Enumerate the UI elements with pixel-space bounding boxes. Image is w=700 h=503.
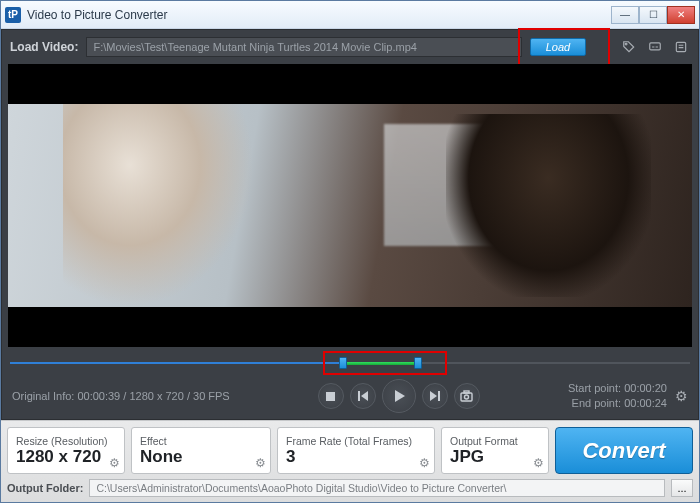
range-end-handle[interactable]: [414, 357, 422, 369]
list-icon[interactable]: [672, 38, 690, 56]
frame-rate-card[interactable]: Frame Rate (Total Frames) 3 ⚙: [277, 427, 435, 474]
svg-marker-6: [395, 390, 405, 402]
resize-value: 1280 x 720: [16, 447, 116, 467]
stop-button[interactable]: [318, 383, 344, 409]
video-preview[interactable]: [8, 64, 692, 347]
effect-title: Effect: [140, 435, 262, 447]
range-settings-icon[interactable]: ⚙: [675, 389, 688, 404]
output-format-card[interactable]: Output Format JPG ⚙: [441, 427, 549, 474]
start-point-value: 00:00:20: [624, 382, 667, 394]
titlebar: tP Video to Picture Converter — ☐ ✕: [1, 1, 699, 29]
svg-rect-1: [650, 43, 661, 50]
end-point-label: End point:: [572, 397, 622, 409]
svg-rect-3: [326, 392, 335, 401]
seek-bar[interactable]: [10, 353, 690, 373]
effect-value: None: [140, 447, 262, 467]
play-button[interactable]: [382, 379, 416, 413]
subtitle-icon[interactable]: [646, 38, 664, 56]
snapshot-button[interactable]: [454, 383, 480, 409]
maximize-button[interactable]: ☐: [639, 6, 667, 24]
frame-rate-gear-icon[interactable]: ⚙: [419, 456, 430, 470]
output-folder-label: Output Folder:: [7, 482, 83, 494]
convert-button[interactable]: Convert: [555, 427, 693, 474]
resize-gear-icon[interactable]: ⚙: [109, 456, 120, 470]
effect-gear-icon[interactable]: ⚙: [255, 456, 266, 470]
svg-rect-8: [438, 391, 440, 401]
frame-rate-title: Frame Rate (Total Frames): [286, 435, 426, 447]
output-folder-field[interactable]: C:\Users\Administrator\Documents\AoaoPho…: [89, 479, 665, 497]
svg-rect-4: [358, 391, 360, 401]
browse-output-button[interactable]: ...: [671, 479, 693, 497]
output-format-title: Output Format: [450, 435, 540, 447]
effect-card[interactable]: Effect None ⚙: [131, 427, 271, 474]
range-start-handle[interactable]: [339, 357, 347, 369]
load-video-label: Load Video:: [10, 40, 78, 54]
minimize-button[interactable]: —: [611, 6, 639, 24]
svg-marker-5: [361, 391, 368, 401]
svg-marker-7: [430, 391, 437, 401]
frame-rate-value: 3: [286, 447, 426, 467]
svg-rect-11: [464, 391, 469, 393]
resize-title: Resize (Resolution): [16, 435, 116, 447]
start-point-label: Start point:: [568, 382, 621, 394]
prev-frame-button[interactable]: [350, 383, 376, 409]
svg-point-0: [625, 43, 627, 45]
app-icon: tP: [5, 7, 21, 23]
end-point-value: 00:00:24: [624, 397, 667, 409]
next-frame-button[interactable]: [422, 383, 448, 409]
output-format-value: JPG: [450, 447, 540, 467]
load-bar: Load Video: F:\Movies\Test\Teenage Mutan…: [2, 30, 698, 64]
video-path-field[interactable]: F:\Movies\Test\Teenage Mutant Ninja Turt…: [86, 37, 522, 57]
resize-card[interactable]: Resize (Resolution) 1280 x 720 ⚙: [7, 427, 125, 474]
original-info: Original Info: 00:00:39 / 1280 x 720 / 3…: [12, 390, 230, 402]
output-format-gear-icon[interactable]: ⚙: [533, 456, 544, 470]
window-title: Video to Picture Converter: [27, 8, 611, 22]
load-button[interactable]: Load: [530, 38, 586, 56]
tag-icon[interactable]: [620, 38, 638, 56]
svg-point-10: [465, 395, 469, 399]
svg-rect-9: [461, 393, 472, 401]
close-button[interactable]: ✕: [667, 6, 695, 24]
